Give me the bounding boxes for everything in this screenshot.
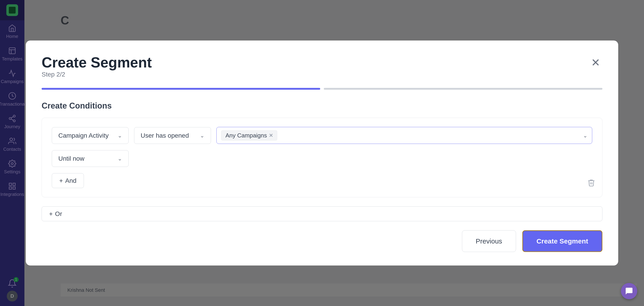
campaign-multiselect-chevron: ⌄ <box>583 132 588 139</box>
operator-dropdown-label: User has opened <box>141 132 189 139</box>
time-dropdown[interactable]: Until now ⌄ <box>52 150 129 167</box>
operator-dropdown-chevron: ⌄ <box>200 132 204 139</box>
campaign-tag-remove[interactable]: ✕ <box>269 133 273 138</box>
delete-condition-icon[interactable] <box>587 179 596 189</box>
and-button[interactable]: + And <box>52 173 84 188</box>
condition-card: Campaign Activity ⌄ User has opened ⌄ An… <box>42 118 602 197</box>
modal-footer: Previous Create Segment <box>42 221 602 252</box>
modal-title: Create Segment <box>42 54 152 71</box>
and-plus-icon: + <box>59 177 63 184</box>
condition-row-2: Until now ⌄ <box>52 150 592 167</box>
section-title: Create Conditions <box>42 101 602 111</box>
previous-button[interactable]: Previous <box>462 230 516 252</box>
campaign-multiselect[interactable]: Any Campaigns ✕ ⌄ <box>216 127 592 144</box>
campaign-tag: Any Campaigns ✕ <box>221 131 277 141</box>
progress-bar <box>42 88 602 90</box>
condition-row-1: Campaign Activity ⌄ User has opened ⌄ An… <box>52 127 592 144</box>
chat-support-button[interactable] <box>621 283 637 299</box>
or-label: Or <box>55 210 62 218</box>
modal-header-left: Create Segment Step 2/2 <box>42 54 152 83</box>
close-button[interactable]: ✕ <box>589 56 602 69</box>
step-label: Step 2/2 <box>42 71 152 78</box>
operator-dropdown[interactable]: User has opened ⌄ <box>134 127 211 144</box>
field-dropdown-label: Campaign Activity <box>58 132 109 139</box>
progress-step-2 <box>324 88 602 90</box>
field-dropdown[interactable]: Campaign Activity ⌄ <box>52 127 129 144</box>
progress-step-1 <box>42 88 320 90</box>
time-dropdown-label: Until now <box>58 155 84 162</box>
time-dropdown-chevron: ⌄ <box>118 155 122 162</box>
modal-header: Create Segment Step 2/2 ✕ <box>42 54 602 83</box>
create-segment-modal: Create Segment Step 2/2 ✕ Create Conditi… <box>26 41 618 266</box>
field-dropdown-chevron: ⌄ <box>118 132 122 139</box>
or-plus-icon: + <box>49 210 53 218</box>
or-button[interactable]: + Or <box>42 206 602 221</box>
create-segment-button[interactable]: Create Segment <box>522 230 602 252</box>
and-label: And <box>65 177 76 184</box>
